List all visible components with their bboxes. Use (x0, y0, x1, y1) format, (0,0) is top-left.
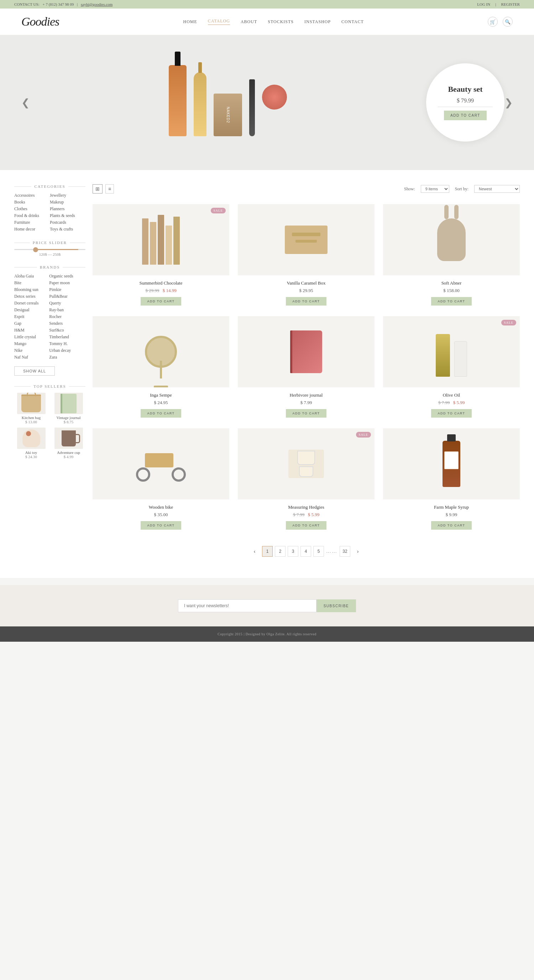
pagination-page-5[interactable]: 5 (313, 546, 324, 557)
brand-pullbear[interactable]: Pull&Bear (49, 294, 73, 299)
contact-label: CONTACT US: (14, 2, 40, 6)
brand-desigual[interactable]: Desigual (14, 307, 38, 313)
product-card-bike: Wooden bike $ 35.00 ADD TO CART (92, 428, 229, 532)
top-seller-aki-toy[interactable]: Aki toy $ 24.30 (14, 428, 48, 459)
pagination-page-1[interactable]: 1 (262, 546, 273, 557)
pagination-prev[interactable]: ‹ (249, 546, 260, 557)
hero-info-circle: Beauty set $ 79.99 ADD TO CART (426, 63, 504, 142)
add-to-cart-syrup[interactable]: ADD TO CART (431, 521, 471, 530)
price-herbivore: $ 7.99 (300, 400, 312, 405)
pagination-next[interactable]: › (352, 546, 363, 557)
brand-nafnaf[interactable]: Naf Naf (14, 355, 38, 360)
top-seller-vintage-journal[interactable]: Vintage journal $ 8.75 (52, 393, 85, 424)
brand-timberland[interactable]: Timberland (49, 334, 73, 340)
brand-zara[interactable]: Zara (49, 355, 73, 360)
brand-little[interactable]: Little crystal (14, 334, 38, 340)
brand-organic[interactable]: Organic seeds (49, 274, 73, 279)
login-link[interactable]: LOG IN (477, 2, 490, 6)
add-to-cart-hedgies[interactable]: ADD TO CART (286, 521, 326, 530)
price-slider-thumb[interactable] (33, 247, 38, 252)
cat-books[interactable]: Books (14, 200, 39, 205)
add-to-cart-vanilla[interactable]: ADD TO CART (286, 297, 326, 305)
pagination-page-4[interactable]: 4 (300, 546, 311, 557)
nav-home[interactable]: HOME (183, 19, 197, 25)
pagination-page-last[interactable]: 32 (340, 546, 350, 557)
top-seller-kitchen-bag[interactable]: Kitchen bag $ 13.00 (14, 393, 48, 424)
search-button[interactable]: 🔍 (503, 17, 513, 27)
aki-toy-icon (22, 430, 40, 447)
add-to-cart-inga[interactable]: ADD TO CART (140, 409, 181, 418)
brand-urban[interactable]: Urban decay (49, 348, 73, 353)
hero-prev-button[interactable]: ❮ (21, 97, 30, 108)
brand-esprit[interactable]: Esprit (14, 314, 38, 320)
cat-jewellery[interactable]: Jewellery (50, 193, 75, 198)
cat-clothes[interactable]: Clothes (14, 206, 39, 212)
show-select[interactable]: 9 items18 items36 items (421, 185, 449, 193)
cat-accessoires[interactable]: Accessoires (14, 193, 39, 198)
nav-stockists[interactable]: STOCKISTS (268, 19, 294, 25)
cart-button[interactable]: 🛒 (488, 17, 498, 27)
sale-badge-summerbird: SALE (211, 208, 226, 213)
brand-nike[interactable]: Nike (14, 348, 38, 353)
cat-food[interactable]: Food & drinks (14, 213, 39, 218)
brand-tommy[interactable]: Tommy H. (49, 341, 73, 347)
email-link[interactable]: sayhi@goodies.com (81, 2, 113, 6)
brand-rocher[interactable]: Rocher (49, 314, 73, 320)
brand-detox[interactable]: Detox series (14, 294, 38, 299)
brand-dorset[interactable]: Dorset cereals (14, 301, 38, 306)
brand-surfco[interactable]: Surf&co (49, 328, 73, 333)
nav-instashop[interactable]: INSTASHOP (304, 19, 331, 25)
brand-rayban[interactable]: Ray-ban (49, 307, 73, 313)
brand-paper[interactable]: Paper moon (49, 280, 73, 286)
product-img-inga[interactable] (92, 316, 229, 387)
product-img-herbivore[interactable] (238, 316, 375, 387)
top-seller-adventure-cup[interactable]: Adventure cup $ 4.99 (52, 428, 85, 459)
brand-senders[interactable]: Senders (49, 321, 73, 326)
product-img-olive[interactable]: SALE (383, 316, 520, 387)
logo[interactable]: Goodies (21, 15, 59, 29)
cat-postcards[interactable]: Postcards (50, 220, 75, 225)
brand-querty[interactable]: Querty (49, 301, 73, 306)
brand-blooming[interactable]: Blooming sun (14, 287, 38, 293)
add-to-cart-abner[interactable]: ADD TO CART (431, 297, 471, 305)
list-view-button[interactable]: ≡ (105, 184, 114, 194)
brand-hm[interactable]: H&M (14, 328, 38, 333)
product-img-hedgies[interactable]: SALE (238, 428, 375, 500)
cat-makeup[interactable]: Makeup (50, 200, 75, 205)
pagination-page-3[interactable]: 3 (288, 546, 298, 557)
cat-homedecor[interactable]: Home decor (14, 227, 39, 232)
grid-view-button[interactable]: ⊞ (92, 184, 102, 194)
sort-select[interactable]: NewestPrice: Low to HighPrice: High to L… (474, 185, 520, 193)
hero-next-button[interactable]: ❯ (504, 97, 513, 108)
product-img-bike[interactable] (92, 428, 229, 500)
show-all-brands-button[interactable]: SHOW ALL (14, 366, 55, 375)
brands-title: BRANDS (14, 265, 85, 269)
cat-planners[interactable]: Planners (50, 206, 75, 212)
cat-plants[interactable]: Plants & seeds (50, 213, 75, 218)
product-img-abner[interactable] (383, 204, 520, 275)
newsletter-subscribe-button[interactable]: SUBSCRIBE (317, 600, 356, 612)
brand-gap[interactable]: Gap (14, 321, 38, 326)
cat-toys[interactable]: Toys & crafts (50, 227, 75, 232)
product-img-syrup[interactable] (383, 428, 520, 500)
nav-catalog[interactable]: CATALOG (208, 19, 230, 25)
add-to-cart-summerbird[interactable]: ADD TO CART (140, 297, 181, 305)
add-to-cart-herbivore[interactable]: ADD TO CART (286, 409, 326, 418)
cat-furniture[interactable]: Furniture (14, 220, 39, 225)
pagination-page-2[interactable]: 2 (275, 546, 285, 557)
add-to-cart-olive[interactable]: ADD TO CART (431, 409, 471, 418)
price-slider-track[interactable] (14, 249, 85, 250)
register-link[interactable]: REGISTER (501, 2, 520, 6)
brand-pimkie[interactable]: Pimkie (49, 287, 73, 293)
newsletter-input[interactable] (178, 600, 317, 612)
brand-mango[interactable]: Mango (14, 341, 38, 347)
nav-contact[interactable]: CONTACT (341, 19, 364, 25)
brands-list: Aloha Gaia Bite Blooming sun Detox serie… (14, 274, 85, 360)
add-to-cart-bike[interactable]: ADD TO CART (140, 521, 181, 530)
brand-aloha[interactable]: Aloha Gaia (14, 274, 38, 279)
nav-about[interactable]: ABOUT (241, 19, 257, 25)
product-img-summerbird[interactable]: SALE (92, 204, 229, 275)
product-img-vanilla[interactable] (238, 204, 375, 275)
brand-bite[interactable]: Bite (14, 280, 38, 286)
hero-add-to-cart-button[interactable]: ADD TO CART (444, 111, 487, 120)
